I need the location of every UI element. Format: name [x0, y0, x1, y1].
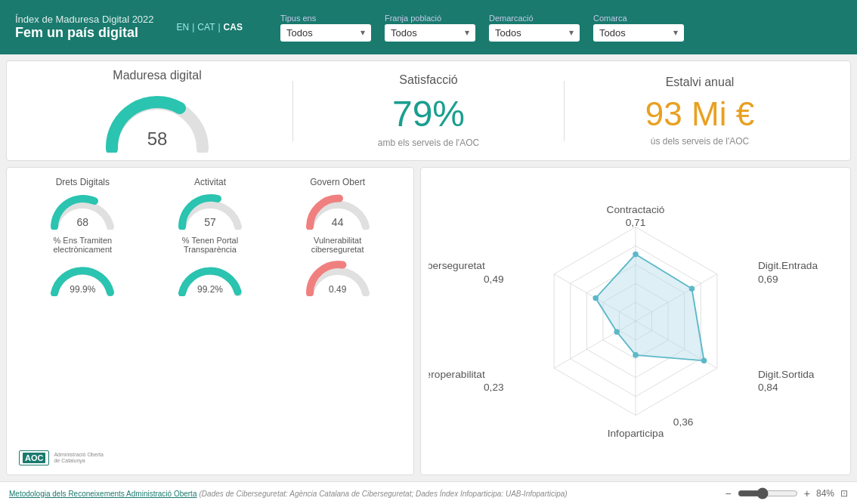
gauge-tramiten: % Ens Tramitenelectrònicament 99.9% — [48, 236, 116, 296]
svg-point-15 — [633, 352, 638, 357]
header: Índex de Maduresa Digital 2022 Fem un pa… — [0, 0, 857, 54]
gauge-activitat: Activitat 57 — [176, 177, 244, 230]
aoc-text-1: Administració Oberta — [54, 452, 103, 458]
gauges-row-2: % Ens Tramitenelectrònicament 99.9% % Te… — [19, 236, 401, 296]
filter-tipus: Tipus ens Todos — [280, 14, 371, 42]
metric-estalvi: Estalvi anual 93 Mi € ús dels serveis de… — [565, 76, 835, 147]
lang-switcher: EN | CAT | CAS — [177, 22, 243, 32]
svg-point-14 — [701, 358, 707, 363]
gauge-portal: % Tenen PortalTransparència 99.2% — [176, 236, 244, 296]
radar-label-interop: Interoperabilitat — [428, 369, 485, 380]
gauge-activitat-value: 57 — [204, 216, 216, 228]
radar-val-vuln: 0,49 — [484, 274, 504, 285]
gauge-govern: Govern Obert 44 — [304, 177, 372, 230]
title-sub: Fem un país digital — [15, 25, 154, 41]
estalvi-title: Estalvi anual — [666, 76, 735, 89]
gauge-vuln-value: 0.49 — [329, 284, 346, 295]
svg-marker-11 — [596, 255, 704, 361]
main-content: Maduresa digital 58 Satisfacció 79% amb … — [0, 54, 857, 481]
header-title: Índex de Maduresa Digital 2022 Fem un pa… — [15, 14, 154, 41]
bottom-row: Drets Digitals 68 Activitat — [6, 167, 851, 475]
zoom-plus-icon[interactable]: + — [804, 487, 810, 499]
footer-link[interactable]: Metodologia dels Reconeixements Administ… — [9, 490, 196, 498]
satisfaccio-title: Satisfacció — [399, 73, 457, 87]
radar-val-infoparticipa: 0,36 — [673, 416, 694, 428]
svg-point-17 — [592, 295, 598, 301]
filter-demarcacio: Demarcació Todos — [489, 14, 580, 42]
filter-comarca-label: Comarca — [593, 14, 684, 23]
filter-tipus-label: Tipus ens — [280, 14, 371, 23]
gauge-drets-label: Drets Digitals — [56, 177, 110, 187]
gauges-row-1: Drets Digitals 68 Activitat — [19, 177, 401, 230]
left-panel: Drets Digitals 68 Activitat — [6, 167, 414, 475]
svg-point-12 — [633, 252, 638, 257]
filter-franja: Franja població Todos — [385, 14, 475, 42]
svg-point-16 — [614, 329, 619, 335]
radar-val-contraccio: 0,71 — [626, 217, 646, 228]
radar-label-infoparticipa: Infoparticipa — [608, 428, 664, 439]
metric-satisfaccio: Satisfacció 79% amb els serveis de l'AOC — [293, 73, 564, 148]
footer-subtitle: (Dades de Ciberseguretat: Agència Catala… — [200, 490, 568, 498]
title-main: Índex de Maduresa Digital 2022 — [15, 14, 154, 25]
zoom-minus-icon[interactable]: − — [726, 487, 732, 499]
gauge-vuln-label: Vulnerabilitatciberseguretat — [311, 236, 364, 254]
lang-en[interactable]: EN — [177, 22, 190, 32]
lang-cas[interactable]: CAS — [224, 22, 243, 32]
radar-panel: Contractació 0,71 Digit.Entrada 0,69 Dig… — [420, 167, 851, 475]
radar-label-digit-entrada: Digit.Entrada — [758, 261, 818, 272]
aoc-logo: AOC Administració Oberta de Catalunya — [19, 450, 401, 465]
estalvi-subtitle: ús dels serveis de l'AOC — [651, 136, 749, 147]
gauge-drets: Drets Digitals 68 — [48, 177, 116, 230]
radar-val-digit-sortida: 0,84 — [758, 382, 778, 393]
footer-left: Metodologia dels Reconeixements Administ… — [9, 489, 568, 498]
zoom-level: 84% — [816, 488, 834, 499]
satisfaccio-subtitle: amb els serveis de l'AOC — [378, 138, 479, 148]
filter-franja-label: Franja població — [385, 14, 475, 23]
filter-demarcacio-label: Demarcació — [489, 14, 580, 23]
gauge-portal-value: 99.2% — [197, 284, 223, 295]
aoc-text-2: de Catalunya — [54, 458, 103, 464]
svg-point-13 — [689, 286, 695, 291]
radar-label-vuln: Vuln.Ciberseguretat — [428, 261, 485, 272]
radar-chart: Contractació 0,71 Digit.Entrada 0,69 Dig… — [428, 175, 843, 467]
zoom-slider[interactable] — [738, 487, 798, 499]
radar-val-interop: 0,23 — [484, 382, 504, 393]
gauge-portal-label: % Tenen PortalTransparència — [182, 236, 238, 254]
filter-demarcacio-select[interactable]: Todos — [489, 24, 580, 42]
footer-bar: Metodologia dels Reconeixements Administ… — [0, 481, 857, 504]
aoc-badge: AOC — [23, 453, 45, 463]
gauge-govern-label: Govern Obert — [310, 177, 365, 187]
filter-comarca: Comarca Todos — [593, 14, 684, 42]
filter-comarca-select[interactable]: Todos — [593, 24, 684, 42]
metric-maduresa: Maduresa digital 58 — [22, 69, 292, 153]
gauge-drets-value: 68 — [77, 216, 89, 228]
footer-right: − + 84% ⊡ — [726, 487, 848, 499]
gauge-activitat-label: Activitat — [194, 177, 226, 187]
gauge-tramiten-label: % Ens Tramitenelectrònicament — [54, 236, 113, 254]
gauge-govern-value: 44 — [332, 216, 344, 228]
filter-franja-select[interactable]: Todos — [385, 24, 475, 42]
filter-tipus-select[interactable]: Todos — [280, 24, 371, 42]
radar-label-contraccio: Contractació — [607, 204, 665, 215]
filters: Tipus ens Todos Franja població Todos De… — [280, 14, 842, 42]
gauge-tramiten-value: 99.9% — [70, 284, 95, 295]
gauge-vuln: Vulnerabilitatciberseguretat 0.49 — [304, 236, 372, 296]
radar-val-digit-entrada: 0,69 — [758, 274, 778, 285]
satisfaccio-value: 79% — [392, 93, 465, 135]
radar-label-digit-sortida: Digit.Sortida — [758, 369, 815, 380]
fit-page-icon[interactable]: ⊡ — [840, 488, 848, 499]
top-metrics-panel: Maduresa digital 58 Satisfacció 79% amb … — [6, 60, 851, 161]
estalvi-value: 93 Mi € — [645, 95, 754, 133]
lang-cat[interactable]: CAT — [197, 22, 215, 32]
maduresa-title: Maduresa digital — [113, 69, 201, 82]
maduresa-value: 58 — [147, 128, 168, 150]
